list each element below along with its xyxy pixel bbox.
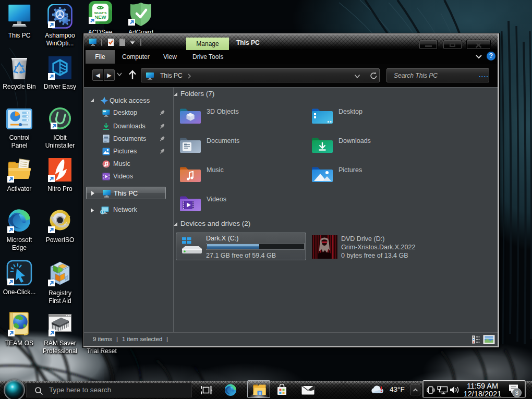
svg-text:NEW: NEW [94, 14, 106, 20]
